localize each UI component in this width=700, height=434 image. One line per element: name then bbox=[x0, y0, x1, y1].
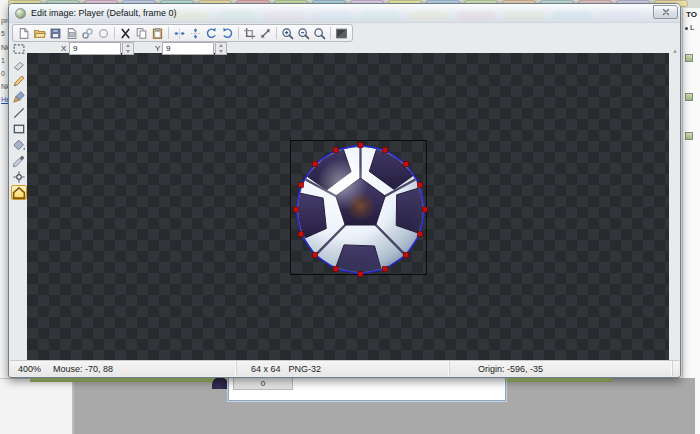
zoom-out-icon bbox=[297, 27, 310, 40]
tree-bullet-icon bbox=[685, 27, 688, 30]
rotate-clockwise-button[interactable] bbox=[220, 26, 235, 40]
resize-button[interactable] bbox=[258, 26, 273, 40]
tool-pencil[interactable] bbox=[11, 73, 27, 88]
cut-button[interactable] bbox=[118, 26, 133, 40]
scroll-up-arrow[interactable]: ▲ bbox=[672, 48, 678, 54]
y-coordinate-stepper[interactable] bbox=[215, 42, 227, 55]
background-right-panel: TOL bbox=[682, 8, 700, 434]
tool-fill[interactable] bbox=[11, 137, 27, 152]
background-left-panel: pro5Nk10NkHe bbox=[0, 0, 8, 378]
link-button[interactable] bbox=[80, 26, 95, 40]
canvas[interactable] bbox=[27, 53, 669, 362]
close-button[interactable] bbox=[653, 5, 678, 19]
image-format: PNG-32 bbox=[289, 364, 322, 374]
stepper-up-icon[interactable] bbox=[216, 43, 226, 48]
tool-brush[interactable] bbox=[11, 89, 27, 104]
fill-icon bbox=[12, 138, 26, 152]
toolbar-separator bbox=[330, 27, 331, 39]
collision-handle[interactable] bbox=[418, 182, 423, 187]
open-button[interactable] bbox=[32, 26, 47, 40]
zoom-in-button[interactable] bbox=[280, 26, 295, 40]
x-coordinate-label: X bbox=[61, 44, 66, 53]
zoom-level: 400% bbox=[18, 364, 41, 374]
collision-handle[interactable] bbox=[358, 143, 363, 148]
background-text-fragment: pro bbox=[1, 17, 8, 24]
sprite-image-with-collision-polygon bbox=[290, 140, 431, 279]
collision-handle[interactable] bbox=[298, 182, 303, 187]
image-frame[interactable] bbox=[290, 140, 427, 275]
transparent-color-button[interactable] bbox=[96, 26, 111, 40]
frame-tab[interactable]: 0 bbox=[233, 377, 293, 390]
collision-handle[interactable] bbox=[423, 207, 428, 212]
eyedropper-icon bbox=[12, 154, 26, 168]
flip-vertical-icon bbox=[189, 27, 202, 40]
collision-handle[interactable] bbox=[312, 161, 317, 166]
save-button[interactable] bbox=[48, 26, 63, 40]
titlebar-glass-reflection bbox=[265, 11, 303, 20]
rectangle-select-icon bbox=[12, 42, 26, 56]
collision-handle[interactable] bbox=[404, 253, 409, 258]
copy-button[interactable] bbox=[134, 26, 149, 40]
rotate-anticlockwise-button[interactable] bbox=[204, 26, 219, 40]
zoom-reset-button[interactable] bbox=[312, 26, 327, 40]
titlebar-glass-reflection bbox=[313, 11, 351, 20]
stepper-down-icon[interactable] bbox=[123, 49, 133, 54]
save-as-button[interactable] bbox=[64, 26, 79, 40]
background-text-fragment: 0 bbox=[1, 70, 5, 77]
titlebar-glass-reflection bbox=[361, 11, 399, 20]
crop-icon bbox=[243, 27, 256, 40]
collision-handle[interactable] bbox=[358, 272, 363, 277]
collision-handle[interactable] bbox=[298, 232, 303, 237]
y-coordinate-label: Y bbox=[155, 44, 160, 53]
tools-strip bbox=[10, 41, 27, 200]
collision-handle[interactable] bbox=[312, 253, 317, 258]
x-coordinate-input[interactable] bbox=[69, 42, 121, 55]
tool-origin[interactable] bbox=[11, 169, 27, 184]
brush-icon bbox=[12, 90, 26, 104]
background-text-fragment: He bbox=[1, 96, 8, 103]
collision-handle[interactable] bbox=[333, 147, 338, 152]
background-toggle-button[interactable] bbox=[334, 26, 349, 40]
background-text-fragment: L bbox=[690, 23, 694, 32]
titlebar[interactable]: Edit image: Player (Default, frame 0) bbox=[9, 4, 680, 23]
zoom-out-button[interactable] bbox=[296, 26, 311, 40]
y-coordinate-input[interactable] bbox=[162, 42, 214, 55]
toolbar-separator bbox=[114, 27, 115, 39]
toolbar-separator bbox=[238, 27, 239, 39]
collision-handle[interactable] bbox=[294, 207, 299, 212]
collision-handle[interactable] bbox=[383, 267, 388, 272]
flip-vertical-button[interactable] bbox=[188, 26, 203, 40]
paste-button[interactable] bbox=[150, 26, 165, 40]
x-coordinate-stepper[interactable] bbox=[122, 42, 134, 55]
titlebar-glass-reflection bbox=[553, 11, 591, 20]
tool-rectangle[interactable] bbox=[11, 121, 27, 136]
tool-line[interactable] bbox=[11, 105, 27, 120]
crop-button[interactable] bbox=[242, 26, 257, 40]
collision-handle[interactable] bbox=[404, 161, 409, 166]
collision-handle[interactable] bbox=[383, 147, 388, 152]
collision-handle[interactable] bbox=[333, 267, 338, 272]
mouse-position: Mouse: -70, 88 bbox=[53, 364, 113, 374]
background-text-fragment: 5 bbox=[1, 30, 5, 37]
tool-eyedropper[interactable] bbox=[11, 153, 27, 168]
tool-collision-polygon[interactable] bbox=[11, 185, 27, 200]
cut-icon bbox=[119, 27, 132, 40]
stepper-down-icon[interactable] bbox=[216, 49, 226, 54]
tool-rectangle-select[interactable] bbox=[11, 41, 27, 56]
background-text-fragment: Nk bbox=[1, 44, 8, 51]
background-text-fragment: Nk bbox=[1, 83, 8, 90]
tree-item-icon bbox=[685, 54, 693, 62]
stepper-up-icon[interactable] bbox=[123, 43, 133, 48]
new-image-button[interactable] bbox=[16, 26, 31, 40]
tool-eraser[interactable] bbox=[11, 57, 27, 72]
background-right-sliver bbox=[695, 378, 700, 434]
mirror-horizontal-button[interactable] bbox=[172, 26, 187, 40]
background-bottomleft-panel bbox=[0, 378, 74, 434]
collision-handle[interactable] bbox=[418, 232, 423, 237]
line-icon bbox=[12, 106, 26, 120]
zoom-reset-icon bbox=[313, 27, 326, 40]
resize-icon bbox=[259, 27, 272, 40]
titlebar-glass-reflection bbox=[601, 11, 639, 20]
rotate-anticlockwise-icon bbox=[205, 27, 218, 40]
statusbar: 400% Mouse: -70, 88 64 x 64 PNG-32 Origi… bbox=[10, 360, 679, 376]
